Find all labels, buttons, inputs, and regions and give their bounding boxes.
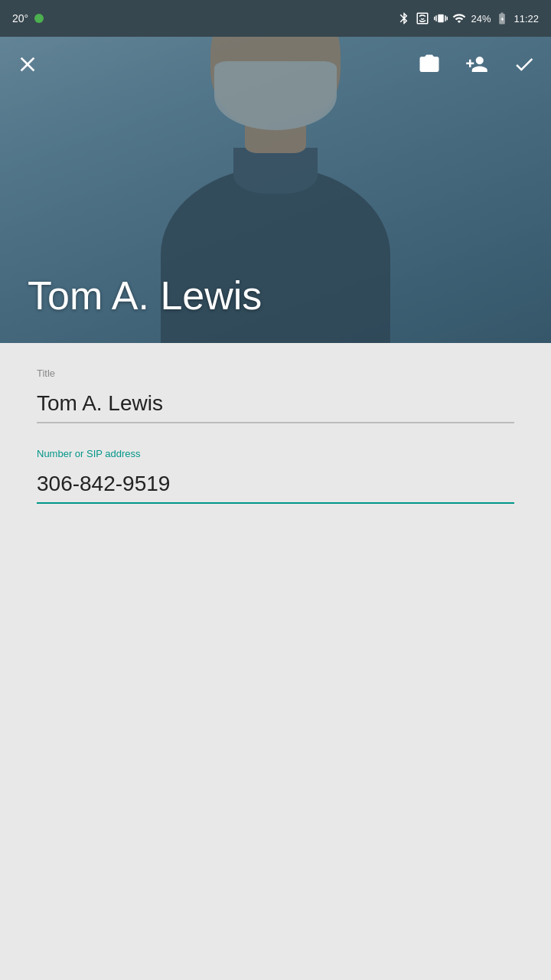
signal-icon (452, 11, 466, 25)
time-display: 11:22 (514, 13, 539, 24)
add-person-icon (465, 53, 488, 76)
add-person-button[interactable] (465, 53, 488, 76)
close-icon (15, 52, 40, 77)
hero-toolbar (0, 37, 551, 92)
nfc-icon (416, 11, 429, 25)
check-icon (513, 53, 536, 76)
temperature-display: 20° (12, 12, 28, 24)
form-section: Title Number or SIP address (0, 343, 551, 553)
active-indicator (34, 14, 44, 23)
title-label: Title (37, 368, 514, 379)
name-field-group: Title (37, 368, 514, 423)
status-right: 24% 11:22 (397, 11, 539, 25)
number-input[interactable] (37, 466, 514, 504)
name-input[interactable] (37, 385, 514, 423)
confirm-button[interactable] (513, 53, 536, 76)
battery-display: 24% (471, 13, 491, 24)
hero-contact-name: Tom A. Lewis (28, 273, 262, 318)
status-bar: 20° 24% 11:22 (0, 0, 551, 37)
bluetooth-icon (397, 11, 411, 25)
number-field-group: Number or SIP address (37, 448, 514, 504)
hero-section: Tom A. Lewis (0, 37, 551, 343)
close-button[interactable] (15, 52, 40, 77)
vibrate-icon (434, 11, 448, 25)
status-left: 20° (12, 12, 44, 24)
camera-button[interactable] (418, 53, 441, 76)
number-label: Number or SIP address (37, 448, 514, 459)
camera-icon (418, 53, 441, 76)
battery-icon (495, 11, 509, 25)
